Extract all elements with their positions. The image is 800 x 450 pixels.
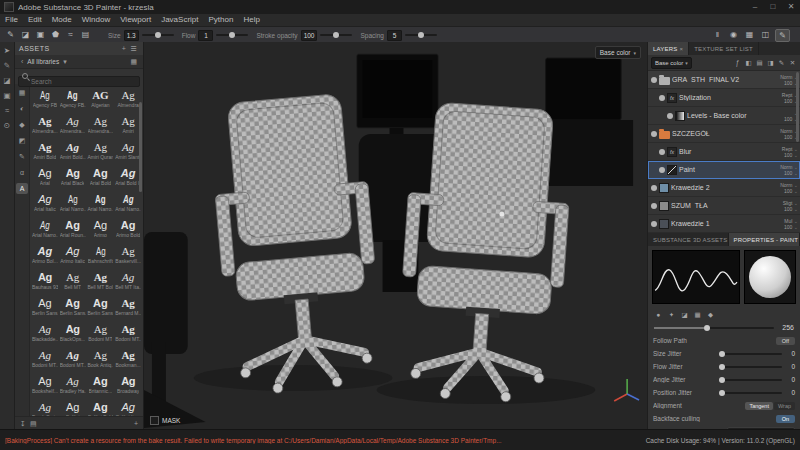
toolbar-stroke-opacity-slider[interactable] — [320, 34, 352, 36]
layer-opacity[interactable]: 100 — [772, 206, 798, 212]
layer-row[interactable]: fxStylizationRept100 — [648, 89, 800, 107]
paint-tool-icon[interactable]: ✎ — [4, 29, 17, 41]
menu-file[interactable]: File — [0, 14, 23, 26]
font-asset[interactable]: AgBradley Ha... — [59, 371, 87, 397]
font-asset[interactable]: AgBroadway — [114, 371, 142, 397]
layer-row[interactable]: PaintNorm100 — [648, 161, 800, 179]
back-chevron-icon[interactable]: ‹ — [19, 58, 25, 65]
smart-materials-icon[interactable]: ◆ — [16, 119, 28, 130]
toggle-backface-culling[interactable]: On — [776, 415, 795, 423]
font-asset[interactable]: AgBodoni MT... — [31, 345, 59, 371]
add-fill-icon[interactable]: ◨ — [766, 59, 775, 67]
slider-size-jitter[interactable] — [719, 353, 782, 355]
visibility-icon[interactable] — [659, 167, 665, 173]
font-asset[interactable]: AgArimo — [87, 215, 115, 241]
layer-opacity[interactable]: 100 — [772, 116, 798, 122]
blend-channel-dropdown[interactable]: Base color ▾ — [651, 57, 692, 69]
font-asset[interactable]: AgBodoni MT... — [114, 319, 142, 345]
font-asset[interactable]: AgCalibri Bold — [87, 397, 115, 416]
all-assets-icon[interactable]: ▦ — [16, 87, 28, 98]
smudge-tool-icon[interactable]: ≈ — [1, 105, 13, 116]
tab-layers[interactable]: LAYERS× — [648, 42, 689, 55]
grid-view-icon[interactable]: ▦ — [743, 29, 756, 41]
font-asset[interactable]: AgBookshelf... — [31, 371, 59, 397]
toolbar-stroke-opacity-value[interactable]: 100 — [301, 30, 318, 41]
stroke-curve-preview[interactable] — [652, 250, 740, 304]
layer-opacity[interactable]: 100 — [772, 224, 798, 230]
stencil-icon[interactable]: ▦ — [693, 311, 702, 319]
font-asset[interactable]: AgBernard M... — [114, 293, 142, 319]
slider-position-jitter[interactable] — [719, 392, 782, 394]
brush-icon[interactable]: ● — [654, 311, 663, 318]
font-asset[interactable]: AgBaskervill... — [114, 241, 142, 267]
add-icon[interactable]: + — [120, 45, 129, 53]
layer-row[interactable]: GRA_STH_FINAL V2Norm100 — [648, 71, 800, 89]
font-asset[interactable]: AgAmiri Quran — [87, 137, 115, 163]
font-asset[interactable]: AgAmiri Bold — [31, 137, 59, 163]
font-asset[interactable]: AgArimo Italic — [59, 241, 87, 267]
alphas-icon[interactable]: α — [16, 167, 28, 178]
font-asset[interactable]: AgBahnschrift — [87, 241, 115, 267]
slider-knob[interactable] — [229, 32, 235, 38]
segment-wrap[interactable]: Wrap — [774, 402, 795, 410]
layer-opacity[interactable]: 100 — [772, 98, 798, 104]
menu-window[interactable]: Window — [77, 14, 115, 26]
font-asset[interactable]: AgBell MT Ita... — [114, 267, 142, 293]
tab-substance-3d-assets[interactable]: SUBSTANCE 3D ASSETS — [648, 233, 729, 246]
projection-tool-icon[interactable]: ▣ — [1, 90, 13, 101]
font-asset[interactable]: AgAlmendra... — [87, 111, 115, 137]
add-folder-icon[interactable]: ▤ — [755, 59, 764, 67]
toggle-follow-path[interactable]: Off — [776, 337, 795, 345]
materials-icon[interactable]: ◐ — [16, 103, 28, 114]
import-icon[interactable]: ↧ — [18, 420, 28, 428]
toolbar-size-value[interactable]: 1.3 — [124, 30, 139, 41]
layer-opacity[interactable]: 100 — [772, 134, 798, 140]
layer-row[interactable]: Krawedzie 1Mul100 — [648, 215, 800, 233]
slider-knob[interactable] — [719, 390, 725, 396]
smart-masks-icon[interactable]: ◩ — [16, 135, 28, 146]
font-asset[interactable]: AgBell MT Bol... — [87, 267, 115, 293]
material-picker-icon[interactable]: ⊙ — [1, 120, 13, 131]
font-asset[interactable]: AgBodoni MT... — [59, 345, 87, 371]
layer-row[interactable]: Krawedzie 2Norm100 — [648, 179, 800, 197]
layer-opacity[interactable]: 100 — [772, 188, 798, 194]
layer-opacity[interactable]: 100 — [772, 170, 798, 176]
channel-dropdown[interactable]: Base color ▾ — [595, 46, 641, 59]
clone-tool-icon[interactable]: ▤ — [79, 29, 92, 41]
search-input[interactable] — [18, 76, 140, 87]
slider-knob[interactable] — [704, 325, 710, 331]
layer-row[interactable]: fxBlurRept100 — [648, 143, 800, 161]
split-view-icon[interactable]: ◫ — [759, 29, 772, 41]
menu-javascript[interactable]: JavaScript — [156, 14, 203, 26]
font-asset[interactable]: AgBook Antiq... — [87, 345, 115, 371]
font-asset[interactable]: AgArial Narro... — [87, 189, 115, 215]
visibility-icon[interactable] — [651, 221, 657, 227]
font-asset[interactable]: AgArial Narro... — [59, 189, 87, 215]
font-asset[interactable]: AgBerlin Sans... — [59, 293, 87, 319]
visibility-icon[interactable] — [651, 203, 657, 209]
slider-knob[interactable] — [418, 32, 424, 38]
toolbar-flow-slider[interactable] — [216, 34, 248, 36]
brush-size-slider[interactable]: 256 — [648, 321, 800, 334]
close-tab-icon[interactable]: × — [679, 46, 683, 52]
panel-menu-icon[interactable]: ☰ — [128, 45, 139, 53]
minimize-button[interactable]: – — [746, 0, 764, 14]
font-asset[interactable]: AgAgency FB... — [59, 85, 87, 111]
font-asset[interactable]: AgBerlin Sans... — [87, 293, 115, 319]
fonts-icon[interactable]: A — [16, 183, 28, 194]
mask-checkbox[interactable] — [150, 416, 159, 425]
title-bar[interactable]: Adobe Substance 3D Painter - krzesla –□✕ — [0, 0, 800, 14]
font-asset[interactable]: AgAmiri — [114, 111, 142, 137]
library-dropdown[interactable]: ‹ All libraries ▾ ▦ — [15, 55, 143, 69]
eraser-tool-icon[interactable]: ◪ — [1, 75, 13, 86]
select-tool-icon[interactable]: ➤ — [1, 45, 13, 56]
grid-view-icon[interactable]: ▦ — [128, 58, 139, 66]
visibility-icon[interactable] — [651, 185, 657, 191]
close-button[interactable]: ✕ — [782, 0, 800, 14]
slider-knob[interactable] — [719, 377, 725, 383]
font-asset[interactable]: AgArial Italic — [31, 189, 59, 215]
slider-angle-jitter[interactable] — [719, 379, 782, 381]
brushes-icon[interactable]: ✎ — [16, 151, 28, 162]
font-asset[interactable]: AgAmiri Bold... — [59, 137, 87, 163]
layer-row[interactable]: Levels - Base color100 — [648, 107, 800, 125]
